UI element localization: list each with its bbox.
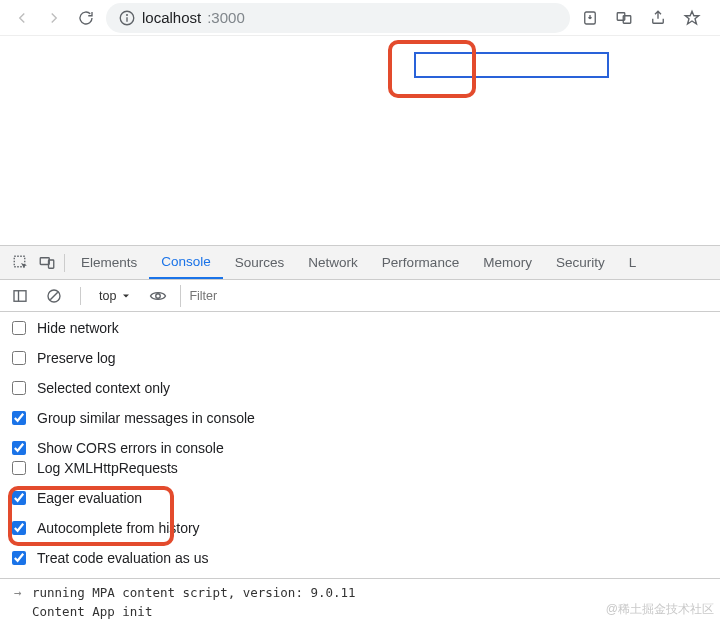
option-label: Eager evaluation: [37, 490, 142, 506]
option-log-xmlhttprequests[interactable]: Log XMLHttpRequests: [8, 458, 208, 478]
tab-memory[interactable]: Memory: [471, 247, 544, 278]
clear-console-icon[interactable]: [42, 284, 66, 308]
browser-toolbar: localhost:3000: [0, 0, 720, 36]
share-icon[interactable]: [646, 6, 670, 30]
forward-button[interactable]: [42, 6, 66, 30]
checkbox[interactable]: [12, 381, 26, 395]
inspect-icon[interactable]: [8, 251, 34, 275]
translate-icon[interactable]: [612, 6, 636, 30]
context-label: top: [99, 289, 116, 303]
separator: [64, 254, 65, 272]
svg-line-12: [50, 292, 58, 300]
bookmark-icon[interactable]: [680, 6, 704, 30]
option-label: Hide network: [37, 320, 119, 336]
option-show-cors-errors-in-console[interactable]: Show CORS errors in console: [8, 438, 508, 458]
option-treat-code-evaluation-as-us[interactable]: Treat code evaluation as us: [8, 548, 208, 568]
checkbox[interactable]: [12, 351, 26, 365]
option-preserve-log[interactable]: Preserve log: [8, 348, 508, 368]
option-label: Selected context only: [37, 380, 170, 396]
console-settings: Hide networkPreserve logSelected context…: [0, 312, 720, 579]
option-autocomplete-from-history[interactable]: Autocomplete from history: [8, 518, 208, 538]
tab-sources[interactable]: Sources: [223, 247, 297, 278]
checkbox[interactable]: [12, 491, 26, 505]
context-selector[interactable]: top: [95, 287, 136, 305]
address-bar[interactable]: localhost:3000: [106, 3, 570, 33]
svg-point-13: [156, 293, 161, 298]
install-icon[interactable]: [578, 6, 602, 30]
devtools-tabbar: Elements Console Sources Network Perform…: [0, 246, 720, 280]
checkbox[interactable]: [12, 551, 26, 565]
toolbar-right-icons: [578, 6, 710, 30]
option-label: Preserve log: [37, 350, 116, 366]
filter-input[interactable]: [180, 285, 280, 307]
option-hide-network[interactable]: Hide network: [8, 318, 508, 338]
option-eager-evaluation[interactable]: Eager evaluation: [8, 488, 208, 508]
tab-network[interactable]: Network: [296, 247, 370, 278]
url-port: :3000: [207, 9, 245, 26]
log-line: running MPA content script, version: 9.0…: [0, 583, 720, 602]
page-viewport: [0, 36, 720, 246]
checkbox[interactable]: [12, 321, 26, 335]
options-left-column: Hide networkPreserve logSelected context…: [8, 318, 508, 458]
tab-security[interactable]: Security: [544, 247, 617, 278]
option-selected-context-only[interactable]: Selected context only: [8, 378, 508, 398]
option-label: Log XMLHttpRequests: [37, 460, 178, 476]
svg-point-2: [127, 14, 128, 15]
page-text-input[interactable]: [414, 52, 609, 78]
reload-button[interactable]: [74, 6, 98, 30]
checkbox[interactable]: [12, 411, 26, 425]
svg-rect-9: [14, 290, 26, 301]
watermark: @稀土掘金技术社区: [606, 601, 714, 618]
checkbox[interactable]: [12, 461, 26, 475]
checkbox[interactable]: [12, 521, 26, 535]
device-toggle-icon[interactable]: [34, 251, 60, 275]
tab-console[interactable]: Console: [149, 246, 223, 279]
console-subbar: top: [0, 280, 720, 312]
live-expression-icon[interactable]: [146, 284, 170, 308]
tab-performance[interactable]: Performance: [370, 247, 471, 278]
option-label: Autocomplete from history: [37, 520, 200, 536]
option-label: Group similar messages in console: [37, 410, 255, 426]
option-label: Show CORS errors in console: [37, 440, 224, 456]
back-button[interactable]: [10, 6, 34, 30]
url-host: localhost: [142, 9, 201, 26]
console-sidebar-toggle-icon[interactable]: [8, 284, 32, 308]
option-label: Treat code evaluation as us: [37, 550, 208, 566]
option-group-similar-messages-in-console[interactable]: Group similar messages in console: [8, 408, 508, 428]
tab-more[interactable]: L: [617, 247, 637, 278]
info-icon: [118, 6, 136, 30]
separator: [80, 287, 81, 305]
checkbox[interactable]: [12, 441, 26, 455]
options-right-column: Log XMLHttpRequestsEager evaluationAutoc…: [8, 458, 208, 568]
tab-elements[interactable]: Elements: [69, 247, 149, 278]
